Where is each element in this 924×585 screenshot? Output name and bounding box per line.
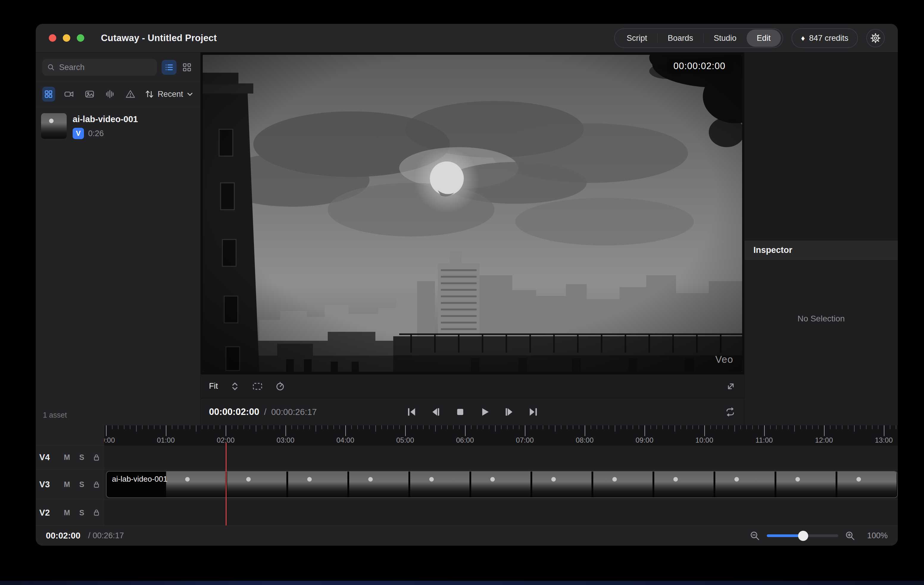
titlebar-actions: Script Boards Studio Edit ♦ 847 credits (614, 24, 885, 53)
playhead[interactable] (226, 443, 226, 526)
ruler-tick (692, 425, 693, 429)
ruler-label: 12:00 (815, 436, 833, 445)
inspector-header: Inspector (744, 240, 898, 260)
updown-chevrons-icon[interactable] (230, 381, 240, 392)
ruler-label: 10:00 (695, 436, 713, 445)
track-lane-v3[interactable]: ai-lab-video-001 (104, 469, 898, 499)
list-view-button[interactable] (162, 60, 177, 75)
search-input[interactable] (59, 63, 152, 72)
tab-boards[interactable]: Boards (658, 30, 703, 47)
skip-to-end-button[interactable] (526, 405, 540, 419)
timeline-clip[interactable]: ai-lab-video-001 (106, 471, 898, 498)
zoom-window-button[interactable] (77, 34, 84, 42)
ruler-tick (704, 425, 705, 436)
slider-thumb[interactable] (798, 531, 808, 541)
fit-mode-button[interactable]: Fit (209, 382, 218, 391)
lock-icon (92, 508, 101, 517)
timer-icon[interactable] (275, 381, 285, 392)
zoom-out-icon[interactable] (749, 530, 760, 541)
timeline-ruler[interactable]: 00:0001:0002:0003:0004:0005:0006:0007:00… (104, 425, 898, 446)
stop-button[interactable] (454, 405, 467, 419)
ruler-tick (591, 425, 591, 429)
asset-duration: 0:26 (88, 129, 104, 138)
ruler-tick (249, 425, 250, 429)
mute-button[interactable]: M (59, 509, 74, 517)
filter-image-button[interactable] (83, 87, 96, 102)
ruler-label: 11:00 (756, 436, 773, 445)
filter-issues-button[interactable] (124, 87, 137, 102)
ruler-tick (836, 425, 837, 429)
filter-audio-button[interactable] (104, 87, 116, 102)
warning-triangle-icon (125, 89, 135, 99)
lock-button[interactable] (89, 480, 104, 489)
lock-button[interactable] (89, 453, 104, 462)
zoom-in-icon[interactable] (845, 530, 856, 541)
ruler-tick (740, 425, 741, 429)
ruler-tick (441, 425, 442, 429)
track-row-v3: V3 M S ai-lab-video-001 (36, 469, 898, 500)
grid-view-button[interactable] (180, 60, 195, 75)
credits-button[interactable]: ♦ 847 credits (792, 28, 858, 48)
ruler-tick (309, 425, 310, 429)
filter-video-button[interactable] (63, 87, 76, 102)
track-name: V4 (39, 453, 59, 462)
lock-button[interactable] (89, 508, 104, 517)
ruler-tick (285, 425, 286, 436)
close-window-button[interactable] (49, 34, 56, 42)
filter-all-button[interactable] (42, 87, 55, 102)
ruler-tick (351, 425, 352, 429)
track-lane-v4[interactable] (104, 446, 898, 469)
search-box (42, 59, 157, 76)
ruler-tick (405, 425, 406, 436)
marquee-select-icon[interactable] (252, 381, 263, 392)
ruler-label: 09:00 (635, 436, 653, 445)
ruler-tick (262, 425, 262, 429)
desktop: Cutaway - Untitled Project Script Boards… (0, 0, 924, 585)
ruler-tick (878, 425, 878, 429)
frame-back-button[interactable] (429, 405, 443, 419)
skip-to-start-button[interactable] (404, 405, 418, 419)
asset-item[interactable]: ai-lab-video-001 V 0:26 (41, 113, 195, 139)
ruler-tick (363, 425, 364, 429)
ruler-tick (345, 425, 346, 436)
mute-button[interactable]: M (59, 453, 74, 462)
ruler-tick (154, 425, 155, 429)
settings-button[interactable] (866, 29, 885, 47)
window-controls (49, 34, 84, 42)
tab-studio[interactable]: Studio (704, 30, 747, 47)
zoom-level: 100% (862, 531, 888, 540)
ruler-tick (722, 425, 723, 429)
ruler-label: 06:00 (456, 436, 474, 445)
solo-button[interactable]: S (74, 480, 89, 489)
ruler-tick (459, 425, 460, 429)
timeline-zoom-slider[interactable] (767, 529, 838, 542)
minimize-window-button[interactable] (63, 34, 70, 42)
video-preview[interactable]: 00:00:02:00 Veo (203, 55, 742, 372)
timecode-total: 00:00:26:17 (271, 407, 317, 417)
loop-icon[interactable] (724, 407, 736, 417)
fullscreen-expand-icon[interactable] (726, 381, 736, 392)
track-lane-v2[interactable] (104, 500, 898, 526)
ruler-tick (782, 425, 783, 429)
ruler-tick (579, 425, 579, 429)
ruler-tick (279, 425, 280, 429)
play-button[interactable] (478, 405, 492, 419)
ruler-tick (818, 425, 818, 429)
frame-forward-button[interactable] (502, 405, 516, 419)
tab-edit[interactable]: Edit (747, 30, 781, 47)
solo-button[interactable]: S (74, 453, 89, 462)
ruler-tick (531, 425, 531, 429)
sort-control[interactable]: Recent (144, 89, 194, 99)
ruler-tick (609, 425, 609, 429)
ruler-tick (166, 425, 167, 436)
solo-button[interactable]: S (74, 509, 89, 517)
ruler-tick (824, 425, 825, 436)
ruler-tick (602, 425, 603, 429)
ruler-tick (297, 425, 298, 429)
tab-script[interactable]: Script (617, 30, 657, 47)
ruler-tick (896, 425, 896, 429)
ruler-tick (752, 425, 753, 429)
mute-button[interactable]: M (59, 480, 74, 489)
ruler-tick (411, 425, 412, 429)
filmstrip-frame (654, 471, 714, 497)
